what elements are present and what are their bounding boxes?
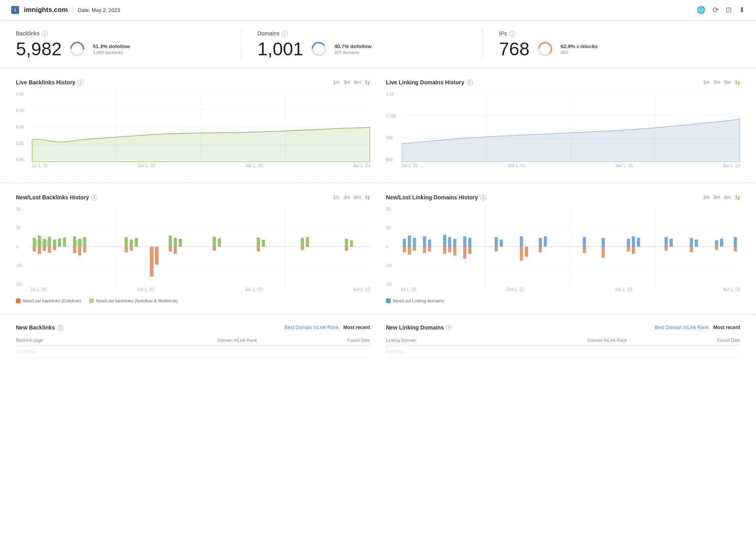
filter-1m[interactable]: 1m	[333, 80, 340, 85]
svg-rect-59	[179, 239, 182, 247]
new-backlinks-most-recent[interactable]: Most recent	[343, 325, 370, 330]
new-lost-domains-info-icon[interactable]: i	[480, 195, 486, 201]
filter-1y-active[interactable]: 1y	[735, 80, 740, 85]
new-lost-backlinks-chart: New/Lost Backlinks History i 1m 3m 6m 1y…	[16, 194, 370, 303]
svg-rect-32	[58, 238, 61, 247]
svg-rect-107	[544, 236, 547, 247]
new-linking-domains-table: New Linking Domains i Best Domain InLink…	[386, 324, 740, 358]
new-lost-domains-chart: New/Lost Linking Domains History i 1m 3m…	[386, 194, 740, 303]
live-backlinks-svg-wrap	[32, 92, 370, 162]
domains-donut-pct: 40.7% dofollow	[334, 43, 372, 49]
svg-rect-39	[36, 240, 38, 247]
domains-donut	[310, 41, 327, 57]
filter-6m[interactable]: 6m	[354, 195, 361, 200]
live-domains-info-icon[interactable]: i	[467, 80, 473, 86]
svg-rect-82	[413, 238, 416, 247]
filter-3m[interactable]: 3m	[713, 80, 720, 85]
svg-rect-92	[453, 239, 456, 247]
live-backlinks-x-axis: Jul 1, '22Oct 1, '22Jan 1, '23Apr 1, '23	[32, 164, 370, 172]
new-backlinks-table-header: New Backlinks i Best Domain InLink Rank …	[16, 324, 370, 331]
download-icon[interactable]: ⬇	[739, 6, 745, 14]
svg-rect-36	[43, 247, 46, 251]
svg-rect-47	[83, 247, 86, 252]
backlinks-label: Backlinks i	[16, 30, 225, 37]
history-icon[interactable]: ⊡	[726, 6, 732, 14]
filter-6m[interactable]: 6m	[354, 80, 361, 85]
svg-rect-42	[73, 236, 76, 247]
svg-rect-69	[306, 237, 309, 247]
live-backlinks-info-icon[interactable]: i	[78, 80, 84, 86]
svg-rect-127	[734, 237, 737, 247]
col-domain-rank-2: Domain InLink Rank	[563, 338, 652, 343]
svg-rect-34	[33, 247, 36, 251]
ips-donut-info: 62.9% c-blocks 483	[561, 43, 598, 55]
svg-rect-62	[213, 237, 216, 247]
new-backlinks-table: New Backlinks i Best Domain InLink Rank …	[16, 324, 370, 358]
svg-rect-37	[48, 247, 51, 253]
filter-1m[interactable]: 1m	[703, 195, 710, 200]
svg-rect-120	[664, 247, 668, 251]
svg-rect-71	[345, 239, 348, 247]
ips-donut	[537, 41, 553, 57]
globe-icon[interactable]: 🌐	[697, 6, 705, 14]
domains-value: 1,001	[257, 40, 303, 58]
backlinks-info-icon[interactable]: i	[42, 31, 48, 37]
new-lost-backlinks-info-icon[interactable]: i	[92, 195, 97, 201]
legend-nofollow: New/Lost backlinks (Nofollow & Redirects…	[89, 298, 178, 303]
filter-6m[interactable]: 6m	[724, 80, 731, 85]
new-backlinks-actions: Best Domain InLink Rank Most recent	[284, 325, 370, 330]
ips-label: IPs i	[499, 30, 708, 37]
ips-main: 768 62.9% c-blocks 483	[499, 40, 708, 58]
svg-rect-119	[670, 239, 673, 247]
new-linking-domains-info-icon[interactable]: i	[446, 325, 452, 331]
new-backlinks-col-headers: Backlink page Domain InLink Rank Found D…	[16, 335, 370, 345]
svg-rect-117	[632, 247, 635, 254]
bar-svg-wrap	[30, 207, 370, 287]
refresh-icon[interactable]: ⟳	[713, 6, 719, 14]
svg-rect-56	[130, 247, 133, 251]
live-backlinks-svg	[32, 92, 370, 162]
new-backlinks-info-icon[interactable]: i	[57, 325, 63, 331]
page-header: i imnights.com Date: May 2, 2023 🌐 ⟳ ⊡ ⬇	[0, 0, 756, 20]
filter-1m[interactable]: 1m	[333, 195, 340, 200]
live-domains-time-filters: 1m 3m 6m 1y	[703, 80, 740, 85]
svg-rect-81	[408, 236, 411, 247]
svg-rect-72	[350, 240, 353, 247]
filter-6m[interactable]: 6m	[724, 195, 731, 200]
new-backlinks-best-rank[interactable]: Best Domain InLink Rank	[284, 325, 338, 330]
col-backlink-page: Backlink page	[16, 338, 193, 343]
filter-3m[interactable]: 3m	[343, 80, 350, 85]
domains-stat: Domains i 1,001 40.7% dofollow 407 domai…	[257, 30, 483, 58]
bottom-tables: New Backlinks i Best Domain InLink Rank …	[0, 315, 756, 367]
filter-1y-active[interactable]: 1y	[735, 195, 740, 200]
filter-1y-active[interactable]: 1y	[365, 195, 370, 200]
legend-linking-domains: New/Lost Linking domains	[386, 298, 444, 303]
filter-3m[interactable]: 3m	[343, 195, 350, 200]
live-history-charts: Live Backlinks History i 1m 3m 6m 1y 6.5…	[0, 68, 756, 183]
backlinks-main: 5,982 51.3% dofollow 3,069 backlinks	[16, 40, 225, 58]
col-domain-rank: Domain InLink Rank	[193, 338, 282, 343]
filter-1y-active[interactable]: 1y	[365, 80, 370, 85]
new-domains-best-rank[interactable]: Best Domain InLink Rank	[655, 325, 708, 330]
svg-rect-101	[500, 240, 503, 247]
svg-rect-112	[602, 247, 605, 258]
svg-rect-90	[443, 235, 446, 247]
svg-rect-84	[408, 247, 411, 255]
ips-info-icon[interactable]: i	[509, 31, 515, 37]
domains-donut-sub: 407 domains	[334, 50, 359, 55]
live-backlinks-chart-area: 6.5K6.3K6.0K5.8K5.5K	[16, 92, 370, 172]
svg-rect-60	[169, 247, 172, 251]
svg-rect-80	[403, 239, 406, 247]
filter-3m[interactable]: 3m	[713, 195, 720, 200]
svg-rect-41	[46, 240, 49, 247]
svg-rect-46	[78, 247, 81, 255]
new-lost-domains-legend: New/Lost Linking domains	[386, 298, 740, 303]
table-row-placeholder: Loading...	[16, 345, 370, 358]
domains-info-icon[interactable]: i	[282, 31, 288, 37]
svg-rect-65	[257, 238, 260, 247]
new-lost-domains-filters: 1m 3m 6m 1y	[703, 195, 740, 200]
new-domains-most-recent[interactable]: Most recent	[713, 325, 740, 330]
svg-rect-103	[520, 247, 523, 261]
filter-1m[interactable]: 1m	[703, 80, 710, 85]
backlinks-donut-pct: 51.3% dofollow	[93, 43, 130, 49]
